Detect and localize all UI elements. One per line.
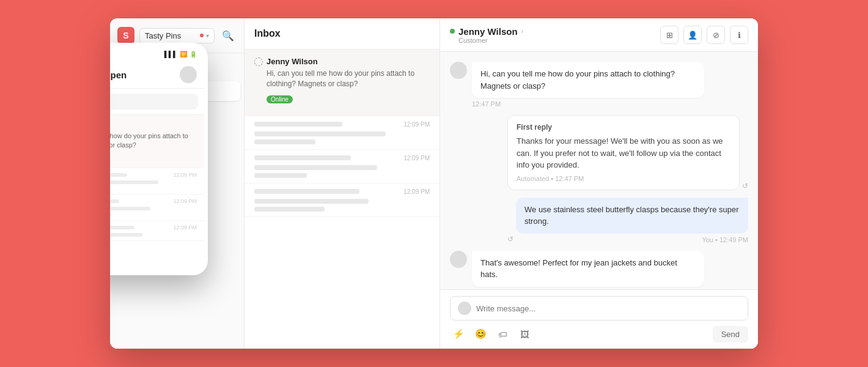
skel-bar xyxy=(254,173,307,178)
archive-icon: ⊞ xyxy=(666,31,673,40)
inbox-title: Inbox xyxy=(254,28,281,39)
composer-avatar xyxy=(458,302,471,315)
info-button[interactable]: ℹ xyxy=(730,26,748,44)
skel-bar xyxy=(254,207,325,212)
messages-area: Hi, can you tell me how do your pins att… xyxy=(440,52,758,289)
online-badge: Online xyxy=(267,95,293,103)
mobile-skel-row: 12:09 PM xyxy=(110,172,197,178)
skel-time: 12:09 PM xyxy=(403,188,430,195)
skel-time: 12:09 PM xyxy=(403,155,430,161)
auto-text: Thanks for your message! We'll be with y… xyxy=(517,135,730,171)
skeleton-group-3: 12:09 PM xyxy=(245,184,440,217)
mobile-skeleton-1: 12:09 PM xyxy=(110,168,204,195)
battery-icon: 🔋 xyxy=(189,51,197,57)
wifi-icon: 🛜 xyxy=(180,51,187,57)
message-input[interactable] xyxy=(476,304,740,313)
send-button[interactable]: Send xyxy=(713,326,748,343)
chat-username: Jenny Wilson xyxy=(458,26,518,37)
skel-bar xyxy=(254,199,369,204)
app-logo: S xyxy=(117,27,134,44)
skel-row: 12:09 PM xyxy=(254,155,430,161)
search-button[interactable]: 🔍 xyxy=(219,27,237,44)
mobile-skel-bar xyxy=(110,226,134,229)
skel-bar xyxy=(254,122,342,127)
mobile-conv-header: Jenny Wilson xyxy=(110,121,197,130)
mobile-skel-bar xyxy=(110,173,127,177)
lightning-bolt-icon[interactable]: ⚡ xyxy=(450,325,467,343)
mobile-avatar xyxy=(180,66,197,83)
skel-bar xyxy=(254,155,351,160)
mobile-skel-row: 12:09 PM xyxy=(110,224,197,231)
chevron-down-icon: ▾ xyxy=(206,32,209,39)
skel-bar xyxy=(254,139,315,144)
info-icon: ℹ xyxy=(738,31,741,40)
mobile-preview: 12:22 ▌▌▌ 🛜 🔋 ☰ Open 🔍 Search Jenny Wils… xyxy=(110,43,208,275)
refresh-icon[interactable]: ↺ xyxy=(742,182,748,190)
chat-actions: ⊞ 👤 ⊘ ℹ xyxy=(660,26,748,44)
image-icon[interactable]: 🖼 xyxy=(516,325,533,343)
inbox-header: Inbox xyxy=(245,18,440,50)
conv-header: Jenny Wilson xyxy=(254,57,430,66)
tag-icon[interactable]: 🏷 xyxy=(494,325,511,343)
toolbar-actions: ⚡ 😊 🏷 🖼 xyxy=(450,325,533,343)
refresh-icon-out[interactable]: ↺ xyxy=(507,235,513,243)
skeleton-group-1: 12:09 PM xyxy=(245,116,440,150)
mobile-status-bar: 12:22 ▌▌▌ 🛜 🔋 xyxy=(110,46,204,61)
mobile-conversation-item[interactable]: Jenny Wilson Hi, can you tell me how do … xyxy=(110,115,204,168)
mobile-skel-bar xyxy=(110,180,158,184)
mobile-title: Open xyxy=(110,70,127,80)
mobile-search-bar[interactable]: 🔍 Search xyxy=(110,94,198,109)
inbox-panel: Inbox Jenny Wilson Hi, can you tell me h… xyxy=(245,18,440,349)
skel-bar xyxy=(254,165,377,170)
emoji-icon[interactable]: 😊 xyxy=(472,325,489,343)
mobile-signal: ▌▌▌ 🛜 🔋 xyxy=(164,51,197,57)
message-bubble-2: That's awesome! Perfect for my jean jack… xyxy=(472,251,704,287)
skel-row: 12:09 PM xyxy=(254,121,430,128)
conversation-item-jenny[interactable]: Jenny Wilson Hi, can you tell me how do … xyxy=(245,50,440,116)
conv-name: Jenny Wilson xyxy=(267,57,318,66)
block-icon: ⊘ xyxy=(713,31,719,40)
customer-role-label: Customer xyxy=(458,37,524,44)
mobile-skel-time: 12:09 PM xyxy=(173,172,197,178)
mobile-conv-preview: Hi, can you tell me how do your pins att… xyxy=(110,132,197,150)
user-profile-button[interactable]: 👤 xyxy=(683,26,702,44)
chat-header: Jenny Wilson › Customer ⊞ 👤 ⊘ ℹ xyxy=(440,18,758,52)
workspace-selector[interactable]: Tasty Pins ▾ xyxy=(139,28,215,43)
mobile-skel-bar xyxy=(110,207,150,210)
auto-footer: Automated • 12:47 PM xyxy=(517,175,730,182)
conv-preview: Hi, can you tell me how do your pins att… xyxy=(254,69,430,89)
skel-time: 12:09 PM xyxy=(403,121,430,128)
message-outgoing-1: We use stainless steel butterfly clasps … xyxy=(516,198,748,243)
message-text-out: We use stainless steel butterfly clasps … xyxy=(524,204,740,228)
skel-row: 12:09 PM xyxy=(254,188,430,195)
main-window: 12:22 ▌▌▌ 🛜 🔋 ☰ Open 🔍 Search Jenny Wils… xyxy=(110,18,758,349)
chat-user-info: Jenny Wilson › xyxy=(450,26,524,37)
message-time: 12:47 PM xyxy=(472,100,704,108)
mobile-skel-row: 12:09 PM xyxy=(110,198,197,204)
mobile-skel-time: 12:09 PM xyxy=(173,198,197,204)
online-status-dot xyxy=(450,29,455,34)
block-button[interactable]: ⊘ xyxy=(707,26,725,44)
skel-bar xyxy=(254,189,359,194)
archive-button[interactable]: ⊞ xyxy=(660,26,679,44)
user-avatar xyxy=(450,62,467,79)
chat-panel: Jenny Wilson › Customer ⊞ 👤 ⊘ ℹ xyxy=(440,18,758,349)
conv-status-icon xyxy=(254,57,263,66)
message-text: Hi, can you tell me how do your pins att… xyxy=(480,68,696,92)
skeleton-group-2: 12:09 PM xyxy=(245,150,440,184)
chat-input-area: ⚡ 😊 🏷 🖼 Send xyxy=(440,289,758,349)
mobile-search-area: 🔍 Search xyxy=(110,89,204,115)
message-outgoing-wrapper: ↺ We use stainless steel butterfly clasp… xyxy=(450,198,748,243)
auto-title: First reply xyxy=(517,123,730,132)
input-toolbar: ⚡ 😊 🏷 🖼 Send xyxy=(450,325,748,343)
message-incoming-2: That's awesome! Perfect for my jean jack… xyxy=(450,251,748,290)
message-incoming-1: Hi, can you tell me how do your pins att… xyxy=(450,62,748,108)
signal-bars-icon: ▌▌▌ xyxy=(164,51,177,57)
message-text-2: That's awesome! Perfect for my jean jack… xyxy=(480,257,696,281)
mobile-skel-bar xyxy=(110,233,142,237)
mobile-skeleton-2: 12:09 PM xyxy=(110,195,204,221)
message-input-row xyxy=(450,296,748,321)
mobile-header: ☰ Open xyxy=(110,61,204,89)
message-attribution: You • 12:49 PM xyxy=(516,236,748,243)
search-icon: 🔍 xyxy=(222,30,234,42)
